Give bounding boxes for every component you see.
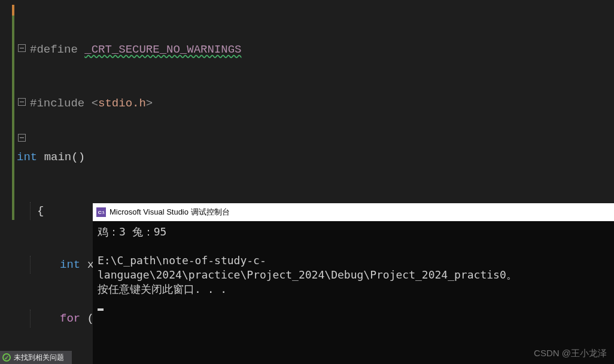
console-icon: C:\ [96, 207, 106, 217]
fold-toggle[interactable] [18, 98, 26, 106]
console-cursor [98, 308, 104, 311]
gutter [0, 0, 30, 364]
console-titlebar[interactable]: C:\ Microsoft Visual Studio 调试控制台 [93, 203, 614, 221]
code-line: #include <stdio.h> [30, 94, 324, 112]
code-line: int main() [17, 148, 324, 166]
watermark: CSDN @王小龙泽 [534, 348, 607, 359]
fold-toggle[interactable] [18, 44, 26, 52]
console-title-text: Microsoft Visual Studio 调试控制台 [110, 207, 230, 218]
debug-console-window[interactable]: C:\ Microsoft Visual Studio 调试控制台 鸡：3 兔：… [93, 203, 614, 364]
fold-toggle[interactable] [18, 134, 26, 142]
check-circle-icon: ✓ [2, 353, 11, 362]
status-bar[interactable]: ✓ 未找到相关问题 [0, 351, 72, 364]
code-editor[interactable]: #define _CRT_SECURE_NO_WARNINGS #include… [0, 0, 614, 364]
console-output: 鸡：3 兔：95 E:\C_path\note-of-study-c-langu… [93, 221, 614, 364]
code-line: #define _CRT_SECURE_NO_WARNINGS [30, 41, 324, 59]
change-marker-orange [12, 5, 14, 16]
change-marker-green [12, 5, 14, 220]
status-text: 未找到相关问题 [14, 353, 64, 363]
